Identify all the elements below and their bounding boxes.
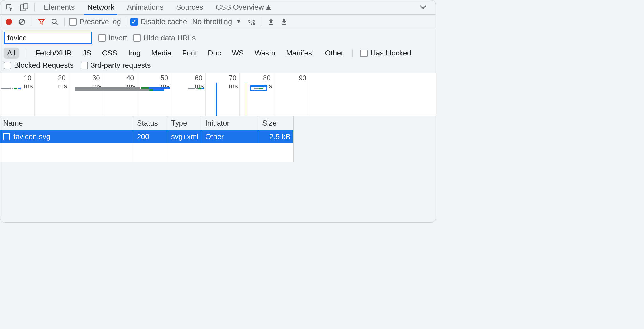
divider [26,49,26,57]
devtools-tabstrip: Elements Network Animations Sources CSS … [0,0,436,15]
svg-point-5 [251,24,252,24]
tick-label: 20 ms [58,74,67,90]
filter-manifest[interactable]: Manifest [284,48,316,59]
timeline-bar [18,88,21,89]
filter-all[interactable]: All [4,48,19,59]
svg-rect-7 [269,24,273,25]
tab-elements[interactable]: Elements [39,0,80,15]
timeline-bar [12,88,13,89]
col-initiator[interactable]: Initiator [202,116,259,130]
checkbox-icon [4,62,11,69]
filter-ws[interactable]: WS [230,48,245,59]
tab-label: CSS Overview [216,3,264,12]
timeline-bar [188,88,195,89]
label: Blocked Requests [14,61,74,70]
label: Disable cache [141,17,187,26]
svg-point-4 [52,19,56,23]
filter-fetch-xhr[interactable]: Fetch/XHR [34,48,73,59]
more-tabs-icon[interactable] [420,1,433,14]
col-type[interactable]: Type [168,116,202,130]
checkbox-icon [130,18,138,26]
divider [261,18,261,26]
col-status[interactable]: Status [134,116,168,130]
record-button[interactable] [4,17,14,27]
has-blocked-checkbox[interactable]: Has blocked [360,49,411,57]
type-filter-row: All Fetch/XHR JS CSS Img Media Font Doc … [0,46,436,60]
filter-input[interactable] [7,34,100,42]
timeline-bar [259,88,263,89]
cell-initiator: Other [202,130,259,143]
tab-animations[interactable]: Animations [122,0,169,15]
filter-img[interactable]: Img [126,48,142,59]
upload-har-icon[interactable] [266,17,276,27]
disable-cache-checkbox[interactable]: Disable cache [130,17,187,26]
clear-button[interactable] [17,17,27,27]
label: Has blocked [370,49,411,57]
divider [352,49,353,57]
tab-css-overview[interactable]: CSS Overview [211,0,276,15]
filter-media[interactable]: Media [149,48,173,59]
inspect-element-icon[interactable] [3,1,16,14]
timeline-bar [75,89,149,91]
cell-status: 200 [134,130,168,143]
filter-css[interactable]: CSS [100,48,119,59]
timeline-overview[interactable]: 10 ms 20 ms 30 ms 40 ms 50 ms 60 ms 70 m… [0,73,436,116]
svg-rect-8 [282,24,286,25]
col-name[interactable]: Name [0,116,134,130]
label: Preserve log [79,17,121,26]
filter-bar: ✕ Invert Hide data URLs [0,29,436,46]
divider [34,3,35,12]
timeline-bar [153,89,164,91]
filter-doc[interactable]: Doc [206,48,223,59]
load-line [246,83,246,116]
timeline-bar [196,88,198,89]
filter-font[interactable]: Font [181,48,199,59]
device-toolbar-icon[interactable] [18,1,30,14]
tick-label: 70 ms [229,74,238,90]
download-har-icon[interactable] [279,17,289,27]
type-filter-row-2: Blocked Requests 3rd-party requests [0,60,436,73]
preserve-log-checkbox[interactable]: Preserve log [69,17,121,26]
search-icon[interactable] [50,17,60,27]
filter-wasm[interactable]: Wasm [253,48,277,59]
network-conditions-icon[interactable] [246,17,257,27]
checkbox-icon [360,50,368,57]
throttling-value: No throttling [192,17,232,26]
timeline-bar [141,87,149,89]
domcontentloaded-line [216,83,217,116]
timeline-bar [198,88,201,89]
request-table: Name Status Type Initiator Size favicon.… [0,116,436,162]
label: Invert [108,34,127,42]
timeline-bar [201,88,204,89]
timeline-bar [1,88,11,89]
timeline-bar [14,88,17,89]
divider [32,18,32,26]
third-party-checkbox[interactable]: 3rd-party requests [81,61,151,70]
blocked-requests-checkbox[interactable]: Blocked Requests [4,61,74,70]
network-toolbar: Preserve log Disable cache No throttling… [0,15,436,29]
invert-checkbox[interactable]: Invert [98,34,127,42]
timeline-selection[interactable] [250,85,267,91]
label: Hide data URLs [143,34,196,42]
tick-label: 10 ms [24,74,33,90]
divider [64,18,65,26]
tab-network[interactable]: Network [82,0,119,15]
checkbox-icon [98,34,106,42]
filter-js[interactable]: JS [81,48,93,59]
tab-sources[interactable]: Sources [171,0,208,15]
filter-input-container: ✕ [4,32,92,44]
filter-other[interactable]: Other [323,48,345,59]
cell-size: 2.5 kB [259,130,294,143]
cell-name: favicon.svg [13,132,50,141]
checkbox-icon [133,34,141,42]
hide-data-urls-checkbox[interactable]: Hide data URLs [133,34,196,42]
timeline-bar [149,89,153,91]
chevron-down-icon: ▼ [236,19,241,25]
col-size[interactable]: Size [259,116,294,130]
throttling-select[interactable]: No throttling ▼ [190,17,243,26]
cell-type: svg+xml [168,130,202,143]
checkbox-icon [69,18,77,26]
timeline-bar [254,88,259,89]
checkbox-icon [81,62,88,69]
filter-icon[interactable] [36,17,47,27]
